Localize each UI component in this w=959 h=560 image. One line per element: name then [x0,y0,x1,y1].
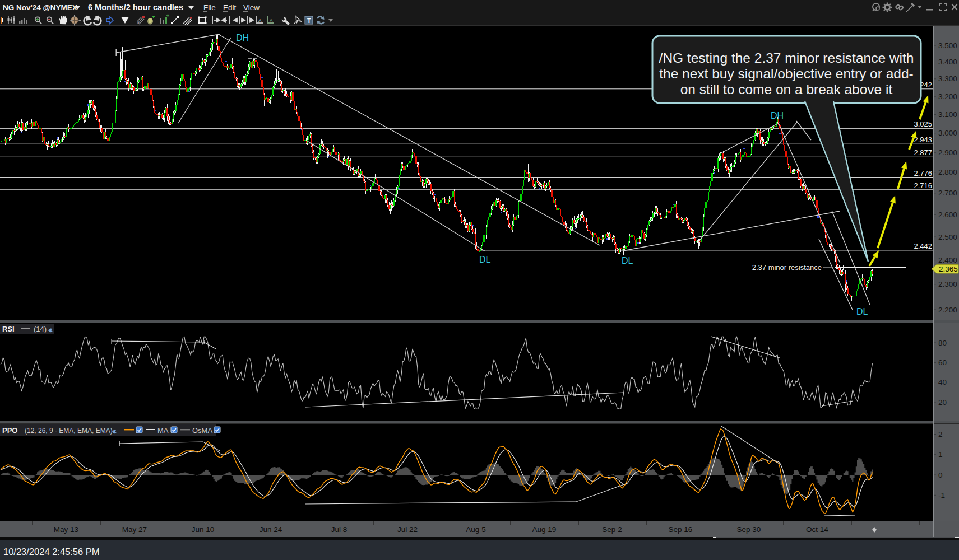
svg-text:T: T [137,21,140,25]
svg-text:2.365: 2.365 [939,265,958,273]
svg-text:Aug 5: Aug 5 [466,525,485,534]
svg-text:2: 2 [938,430,943,438]
svg-text:NG Nov'24 @NYMEX: NG Nov'24 @NYMEX [3,3,77,12]
svg-text:(14): (14) [34,325,47,333]
svg-text:May 27: May 27 [122,525,147,534]
svg-text:3.500: 3.500 [938,41,957,50]
svg-text:2.300: 2.300 [938,280,957,288]
svg-text:40: 40 [938,378,947,386]
svg-text:PPO: PPO [2,426,17,435]
svg-text:Edit: Edit [223,3,237,12]
svg-text:RSI: RSI [2,325,15,333]
svg-text:20: 20 [938,398,947,407]
svg-text:DL: DL [856,307,868,316]
svg-text:Oct 14: Oct 14 [806,525,828,534]
svg-text:2.400: 2.400 [938,256,957,264]
svg-text:-1: -1 [938,491,945,500]
svg-text:the next buy signal/objective: the next buy signal/objective entry or a… [659,66,914,81]
svg-text:May 13: May 13 [54,525,78,534]
svg-text:2.37 minor resistance: 2.37 minor resistance [752,263,822,272]
svg-text:T: T [307,17,311,24]
svg-text:MA: MA [157,426,169,435]
svg-text:2.716: 2.716 [914,181,932,190]
svg-text:on still to come on a break ab: on still to come on a break above it [680,82,893,97]
svg-text:View: View [243,3,260,12]
svg-text:1: 1 [938,450,943,459]
svg-text:Jul 22: Jul 22 [397,525,418,534]
svg-text:DL: DL [622,256,633,265]
svg-text:3.400: 3.400 [938,58,957,66]
svg-text:2.600: 2.600 [938,211,957,219]
svg-text:DH: DH [771,111,784,120]
svg-text:10/23/2024 2:45:56 PM: 10/23/2024 2:45:56 PM [3,547,100,557]
svg-text:Jul 8: Jul 8 [331,525,348,534]
svg-text:(12, 26, 9 - EMA, EMA, EMA): (12, 26, 9 - EMA, EMA, EMA) [25,427,113,435]
svg-text:0: 0 [938,471,943,479]
svg-text:Aug 19: Aug 19 [532,525,557,534]
svg-text:A: A [258,18,262,23]
svg-text:A: A [270,18,273,23]
svg-text:2.900: 2.900 [938,148,957,157]
svg-text:2.943: 2.943 [914,136,932,144]
svg-text:2.776: 2.776 [914,169,932,178]
svg-text:DH: DH [236,33,249,43]
svg-text:OsMA: OsMA [192,426,212,435]
svg-text:2.200: 2.200 [938,306,957,314]
svg-text:2.442: 2.442 [914,242,932,250]
svg-text:Sep 16: Sep 16 [669,525,693,534]
svg-text:File: File [203,3,216,12]
svg-text:DL: DL [479,255,491,264]
svg-text:Sep 2: Sep 2 [602,525,622,534]
svg-text:Sep 30: Sep 30 [737,525,761,534]
svg-text:/NG testing the 2.37 minor res: /NG testing the 2.37 minor resistance wi… [659,50,914,66]
svg-text:60: 60 [938,358,947,367]
svg-text:3.100: 3.100 [938,110,957,119]
svg-text:Jun 24: Jun 24 [260,525,282,534]
svg-text:3.300: 3.300 [938,74,957,83]
svg-text:2.800: 2.800 [938,168,957,176]
svg-text:3.200: 3.200 [938,92,957,101]
svg-text:6 Months/2 hour candles: 6 Months/2 hour candles [88,3,183,12]
svg-text:80: 80 [938,339,947,347]
svg-text:3.025: 3.025 [914,120,932,128]
svg-text:2.700: 2.700 [938,189,957,197]
svg-text:3.000: 3.000 [938,129,957,137]
svg-text:2.877: 2.877 [914,148,932,157]
svg-text:Jun 10: Jun 10 [192,525,215,534]
svg-text:2.500: 2.500 [938,233,957,241]
